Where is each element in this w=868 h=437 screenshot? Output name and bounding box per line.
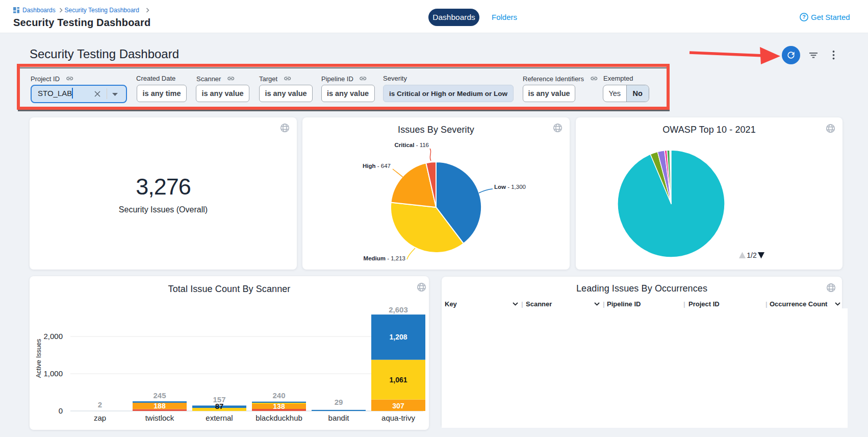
svg-text:307: 307 xyxy=(392,402,404,410)
svg-text:1,061: 1,061 xyxy=(389,376,407,384)
svg-text:external: external xyxy=(206,414,233,422)
svg-text:?: ? xyxy=(802,14,805,20)
svg-text:1,208: 1,208 xyxy=(389,333,407,341)
svg-text:zap: zap xyxy=(94,414,106,422)
svg-text:0: 0 xyxy=(59,406,63,415)
svg-text:High - 647: High - 647 xyxy=(363,163,391,169)
svg-text:Critical - 116: Critical - 116 xyxy=(394,142,429,148)
svg-text:2,603: 2,603 xyxy=(389,305,408,314)
svg-text:240: 240 xyxy=(272,391,285,400)
svg-text:1,000: 1,000 xyxy=(43,369,63,378)
svg-text:Low - 1,300: Low - 1,300 xyxy=(494,184,526,190)
svg-text:2: 2 xyxy=(98,400,102,409)
svg-text:138: 138 xyxy=(273,402,285,410)
svg-text:aqua-trivy: aqua-trivy xyxy=(381,414,415,422)
svg-text:188: 188 xyxy=(154,402,166,410)
svg-text:Medium - 1,213: Medium - 1,213 xyxy=(364,255,405,261)
svg-text:blackduckhub: blackduckhub xyxy=(256,414,302,422)
svg-text:Active Issues: Active Issues xyxy=(35,338,42,378)
svg-text:bandit: bandit xyxy=(328,414,350,422)
svg-text:29: 29 xyxy=(335,398,343,406)
svg-text:87: 87 xyxy=(215,402,224,410)
svg-text:twistlock: twistlock xyxy=(145,414,174,422)
svg-text:245: 245 xyxy=(153,391,166,400)
svg-text:2,000: 2,000 xyxy=(43,332,63,341)
svg-text:1/2: 1/2 xyxy=(747,252,757,259)
